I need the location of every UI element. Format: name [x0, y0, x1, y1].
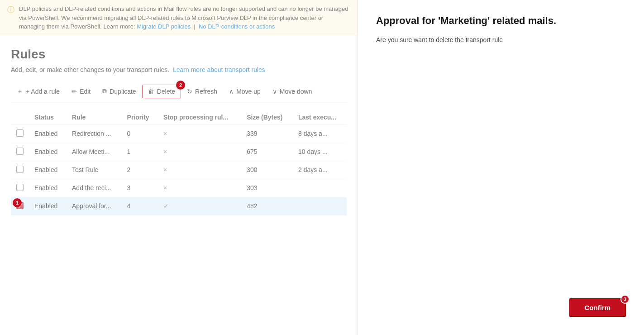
confirm-label: Confirm — [585, 304, 611, 311]
delete-badge: 2 — [176, 81, 185, 90]
confirm-button-area: Confirm 3 — [569, 298, 626, 317]
left-panel: ⓘ DLP policies and DLP-related condition… — [0, 0, 358, 335]
confirm-badge: 3 — [620, 295, 630, 304]
dialog-body: Are you sure want to delete the transpor… — [376, 35, 626, 45]
confirm-button[interactable]: Confirm 3 — [569, 298, 626, 317]
right-panel: Approval for 'Marketing' related mails. … — [358, 0, 644, 335]
left-panel-overlay — [0, 0, 358, 335]
dialog-title: Approval for 'Marketing' related mails. — [376, 14, 626, 28]
row1-badge: 1 — [13, 198, 22, 207]
